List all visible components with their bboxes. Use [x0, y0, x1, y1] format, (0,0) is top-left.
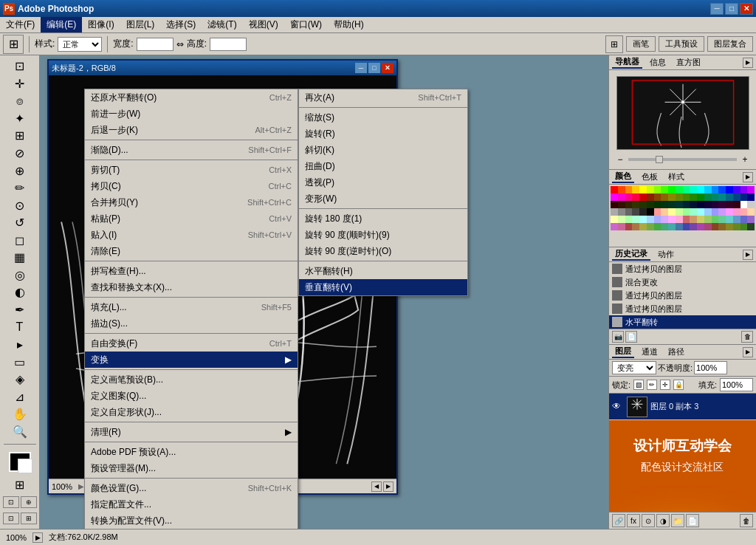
color-swatch[interactable]	[733, 201, 740, 208]
color-swatch[interactable]	[718, 201, 726, 208]
layer-delete-btn[interactable]: 🗑	[740, 514, 753, 527]
tool-eyedropper[interactable]: ⊿	[2, 388, 38, 405]
paths-tab[interactable]: 路径	[665, 346, 687, 357]
color-swatch[interactable]	[683, 223, 690, 230]
menu-define-pattern[interactable]: 定义图案(Q)...	[85, 388, 298, 404]
maximize-button[interactable]: □	[725, 3, 738, 15]
color-swatch[interactable]	[676, 201, 683, 208]
nav-panel-menu[interactable]: ▶	[743, 58, 753, 68]
layer-new-btn[interactable]: 📄	[686, 514, 699, 527]
menu-fill[interactable]: 填充(L)... Shift+F5	[85, 299, 298, 315]
style-select[interactable]: 正常	[58, 37, 102, 52]
color-swatch[interactable]	[668, 216, 676, 223]
color-swatch[interactable]	[618, 201, 625, 208]
lock-pixels[interactable]: ✏	[647, 380, 657, 390]
history-item-2[interactable]: 混合更改	[609, 275, 756, 289]
color-swatch[interactable]	[718, 208, 726, 216]
color-swatch[interactable]	[611, 216, 618, 223]
layer-adj-btn[interactable]: ◑	[656, 514, 670, 527]
tool-gradient[interactable]: ▦	[2, 250, 38, 266]
color-swatch[interactable]	[690, 208, 697, 216]
tool-heal[interactable]: ⊕	[2, 162, 38, 179]
color-swatch[interactable]	[668, 223, 676, 230]
color-swatch[interactable]	[697, 186, 704, 193]
menu-assign-profile[interactable]: 指定配置文件...	[85, 496, 298, 513]
color-tab[interactable]: 颜色	[612, 171, 634, 183]
menu-preset-manager[interactable]: 预设管理器(M)...	[85, 460, 298, 476]
color-swatch[interactable]	[712, 208, 719, 216]
color-swatch[interactable]	[618, 186, 625, 193]
layer-style-btn[interactable]: fx	[627, 514, 640, 527]
color-swatch[interactable]	[625, 208, 633, 216]
width-input[interactable]	[137, 38, 173, 51]
tool-shape[interactable]: ▭	[2, 354, 38, 370]
tool-zoom[interactable]: 🔍	[2, 423, 38, 439]
height-input[interactable]	[210, 38, 247, 51]
color-swatch[interactable]	[712, 193, 719, 201]
menu-window[interactable]: 窗口(W)	[284, 17, 328, 32]
color-swatch[interactable]	[740, 208, 748, 216]
color-swatch[interactable]	[733, 186, 740, 193]
color-swatch[interactable]	[712, 216, 719, 223]
color-swatch[interactable]	[639, 193, 647, 201]
color-swatch[interactable]	[661, 201, 668, 208]
color-swatch[interactable]	[611, 208, 618, 216]
tool-history-brush[interactable]: ↺	[2, 215, 38, 231]
opacity-input[interactable]	[694, 361, 727, 374]
color-swatch[interactable]	[654, 216, 662, 223]
minimize-button[interactable]: ─	[710, 3, 724, 15]
history-tab[interactable]: 历史记录	[612, 248, 650, 261]
color-swatch[interactable]	[683, 216, 690, 223]
color-swatch[interactable]	[632, 193, 639, 201]
color-swatch[interactable]	[704, 193, 712, 201]
color-swatch[interactable]	[618, 223, 625, 230]
menu-define-brush[interactable]: 定义画笔预设(B)...	[85, 371, 298, 388]
tool-slice[interactable]: ⊘	[2, 145, 38, 162]
color-swatch[interactable]	[654, 186, 662, 193]
menu-pdf-presets[interactable]: Adobe PDF 预设(A)...	[85, 444, 298, 460]
color-swatch[interactable]	[733, 193, 740, 201]
tool-text[interactable]: T	[2, 319, 38, 335]
menu-paste[interactable]: 粘贴(P) Ctrl+V	[85, 210, 298, 227]
tool-brush[interactable]: ✏	[2, 180, 38, 196]
color-swatch[interactable]	[747, 208, 755, 216]
color-swatch[interactable]	[726, 186, 733, 193]
color-swatch[interactable]	[733, 216, 740, 223]
color-swatch[interactable]	[718, 216, 726, 223]
menu-find-replace[interactable]: 查找和替换文本(X)...	[85, 279, 298, 295]
color-swatch[interactable]	[654, 223, 662, 230]
color-swatch[interactable]	[740, 223, 748, 230]
color-swatch[interactable]	[676, 193, 683, 201]
color-swatch[interactable]	[697, 208, 704, 216]
color-swatch[interactable]	[676, 208, 683, 216]
histogram-tab[interactable]: 直方图	[673, 57, 704, 68]
history-panel-menu[interactable]: ▶	[743, 250, 753, 260]
quick-mask-on[interactable]: ⊕	[21, 496, 37, 508]
color-swatch[interactable]	[647, 201, 654, 208]
menu-stroke[interactable]: 描边(S)...	[85, 315, 298, 332]
color-swatch[interactable]	[625, 216, 633, 223]
color-swatch[interactable]	[668, 208, 676, 216]
color-swatch[interactable]	[712, 201, 719, 208]
tool-pen[interactable]: ✒	[2, 302, 38, 318]
color-swatch[interactable]	[718, 193, 726, 201]
transform-rotate-90cw[interactable]: 旋转 90 度(顺时针)(9)	[299, 227, 467, 243]
lock-all[interactable]: 🔒	[673, 380, 684, 390]
blend-mode-select[interactable]: 变亮	[612, 361, 656, 374]
color-swatch[interactable]	[712, 186, 719, 193]
menu-file[interactable]: 文件(F)	[0, 17, 41, 32]
color-swatch[interactable]	[683, 193, 690, 201]
color-swatch[interactable]	[704, 223, 712, 230]
tool-wand[interactable]: ✦	[2, 111, 38, 127]
tool-path-select[interactable]: ▸	[2, 337, 38, 353]
color-swatch[interactable]	[726, 208, 733, 216]
tool-move[interactable]: ✛	[2, 76, 38, 92]
color-swatch[interactable]	[661, 216, 668, 223]
color-swatch[interactable]	[697, 216, 704, 223]
menu-transform[interactable]: 变换 ▶	[85, 352, 298, 368]
menu-view[interactable]: 视图(V)	[243, 17, 284, 32]
color-panel-menu[interactable]: ▶	[743, 172, 753, 182]
color-swatch[interactable]	[690, 223, 697, 230]
color-swatch[interactable]	[683, 201, 690, 208]
color-swatch[interactable]	[668, 201, 676, 208]
